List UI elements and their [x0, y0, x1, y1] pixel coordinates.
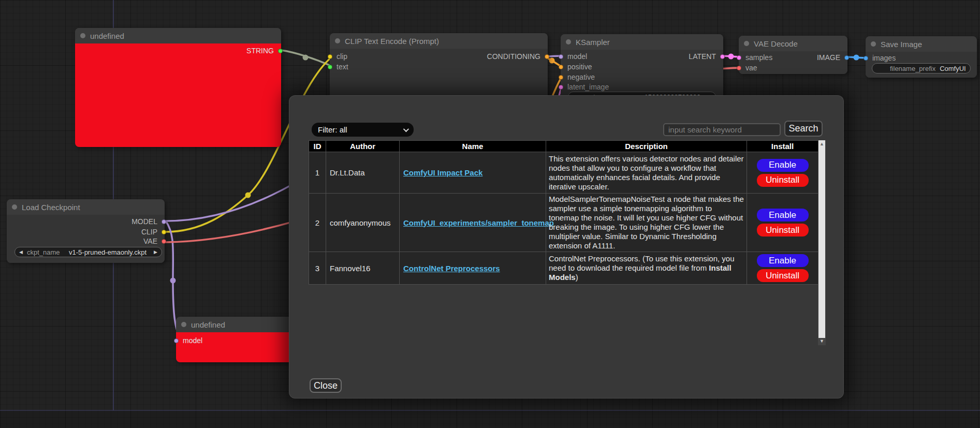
node-titlebar[interactable]: CLIP Text Encode (Prompt): [330, 33, 548, 49]
output-clip[interactable]: CLIP: [141, 227, 162, 237]
collapse-dot-icon[interactable]: [12, 204, 17, 210]
image-port-icon[interactable]: [864, 56, 868, 61]
image-port-icon[interactable]: [844, 55, 849, 60]
node-titlebar[interactable]: undefined: [176, 317, 300, 332]
search-button[interactable]: Search: [784, 121, 823, 137]
collapse-dot-icon[interactable]: [335, 38, 340, 43]
uninstall-button[interactable]: Uninstall: [757, 269, 809, 282]
input-label: latent_image: [567, 83, 609, 91]
input-label: model: [567, 52, 587, 61]
uninstall-button[interactable]: Uninstall: [757, 174, 809, 187]
clip-port-icon[interactable]: [328, 54, 332, 59]
enable-button[interactable]: Enable: [757, 254, 809, 267]
node-titlebar[interactable]: VAE Decode: [739, 36, 847, 51]
input-latent-image[interactable]: latent_image: [564, 82, 609, 92]
scrollbar-track[interactable]: ▲ ▼: [818, 140, 826, 345]
input-vae[interactable]: vae: [742, 63, 757, 72]
input-text[interactable]: text: [333, 62, 348, 71]
input-label: model: [183, 336, 202, 345]
model-port-icon[interactable]: [174, 338, 179, 343]
extension-table: ID Author Name Description Install 1 Dr.…: [309, 140, 818, 285]
output-model[interactable]: MODEL: [131, 217, 162, 226]
filter-selected-value: Filter: all: [318, 125, 347, 134]
node-title-label: undefined: [90, 32, 124, 40]
cell-author: Dr.Lt.Data: [326, 152, 400, 194]
input-samples[interactable]: samples: [742, 53, 772, 62]
model-port-icon[interactable]: [162, 219, 166, 224]
scrollbar-thumb[interactable]: [818, 140, 825, 338]
node-title-label: Load Checkpoint: [22, 203, 80, 212]
input-model[interactable]: model: [179, 336, 202, 345]
close-button[interactable]: Close: [310, 378, 342, 393]
ckpt-name-widget[interactable]: ◀ ckpt_name v1-5-pruned-emaonly.ckpt ▶: [14, 247, 162, 257]
output-image[interactable]: IMAGE: [817, 53, 844, 62]
node-title-label: Save Image: [881, 40, 922, 49]
prev-arrow-icon[interactable]: ◀: [19, 249, 23, 255]
collapse-dot-icon[interactable]: [80, 33, 85, 38]
output-label: CLIP: [141, 228, 157, 236]
filter-dropdown[interactable]: Filter: all: [312, 123, 414, 137]
node-title-label: CLIP Text Encode (Prompt): [345, 37, 439, 46]
input-images[interactable]: images: [869, 53, 896, 63]
cell-description: ControlNet Preprocessors. (To use this e…: [546, 252, 747, 285]
vae-port-icon[interactable]: [162, 239, 166, 244]
latent-port-icon[interactable]: [720, 54, 725, 59]
node-title-label: undefined: [191, 320, 225, 329]
collapse-dot-icon[interactable]: [871, 41, 876, 47]
node-titlebar[interactable]: Load Checkpoint: [7, 199, 165, 215]
extension-manager-dialog: Filter: all Search ID Author Name Descri…: [289, 95, 844, 399]
header-install: Install: [747, 141, 818, 152]
output-label: LATENT: [689, 52, 716, 61]
filename-prefix-widget[interactable]: filename_prefix ComfyUI: [872, 63, 971, 73]
search-input[interactable]: [663, 123, 781, 136]
conditioning-port-icon[interactable]: [559, 65, 563, 69]
enable-button[interactable]: Enable: [757, 159, 809, 172]
cell-install: Enable Uninstall: [747, 152, 818, 194]
string-port-icon[interactable]: [278, 49, 283, 53]
input-model[interactable]: model: [564, 52, 587, 61]
extension-link[interactable]: ControlNet Preprocessors: [403, 264, 500, 273]
node-undefined-bottom[interactable]: undefined model: [176, 317, 300, 362]
extension-table-scroll[interactable]: ID Author Name Description Install 1 Dr.…: [309, 140, 826, 345]
input-label: vae: [745, 64, 757, 72]
scroll-up-icon[interactable]: ▲: [818, 141, 826, 146]
input-negative[interactable]: negative: [564, 72, 595, 82]
collapse-dot-icon[interactable]: [566, 39, 571, 45]
node-save-image[interactable]: Save Image images filename_prefix ComfyU…: [866, 36, 977, 78]
wire-model-middot: [170, 278, 176, 284]
extension-link[interactable]: ComfyUI_experiments/sampler_tonemap: [403, 218, 554, 227]
output-latent[interactable]: LATENT: [689, 52, 720, 61]
input-label: images: [872, 54, 896, 62]
node-titlebar[interactable]: KSampler: [561, 34, 723, 50]
latent-port-icon[interactable]: [737, 55, 741, 60]
table-row: 1 Dr.Lt.Data ComfyUI Impact Pack This ex…: [309, 152, 818, 194]
input-positive[interactable]: positive: [564, 62, 592, 71]
collapse-dot-icon[interactable]: [744, 41, 749, 46]
vae-port-icon[interactable]: [737, 66, 741, 70]
scroll-down-icon[interactable]: ▼: [818, 338, 826, 344]
extension-link[interactable]: ComfyUI Impact Pack: [403, 168, 482, 177]
node-titlebar[interactable]: Save Image: [866, 36, 977, 52]
node-vae-decode[interactable]: VAE Decode samples vae IMAGE: [739, 36, 847, 74]
enable-button[interactable]: Enable: [757, 209, 809, 222]
clip-port-icon[interactable]: [162, 230, 166, 234]
output-string[interactable]: STRING: [246, 46, 278, 55]
output-conditioning[interactable]: CONDITIONING: [487, 52, 545, 61]
node-titlebar[interactable]: undefined: [75, 28, 281, 43]
output-label: MODEL: [131, 217, 157, 226]
input-clip[interactable]: clip: [333, 52, 347, 61]
wire-samples-middot: [728, 54, 734, 60]
latent-port-icon[interactable]: [559, 85, 563, 90]
uninstall-button[interactable]: Uninstall: [757, 224, 809, 237]
next-arrow-icon[interactable]: ▶: [154, 249, 157, 255]
output-vae[interactable]: VAE: [143, 237, 162, 246]
widget-label: filename_prefix: [890, 65, 935, 72]
model-port-icon[interactable]: [559, 54, 563, 59]
text-port-icon[interactable]: [328, 65, 332, 69]
node-undefined-top[interactable]: undefined STRING: [75, 28, 281, 147]
collapse-dot-icon[interactable]: [181, 322, 186, 327]
cell-install: Enable Uninstall: [747, 194, 818, 252]
conditioning-port-icon[interactable]: [559, 75, 563, 80]
conditioning-port-icon[interactable]: [545, 54, 549, 59]
node-load-checkpoint[interactable]: Load Checkpoint MODEL CLIP VAE ◀ ckpt_na…: [7, 199, 165, 263]
